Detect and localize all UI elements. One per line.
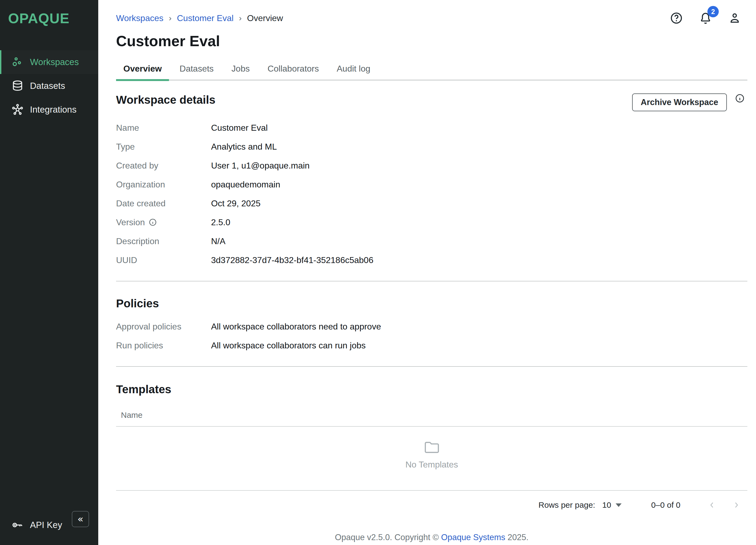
tab-collaborators[interactable]: Collaborators — [260, 59, 326, 80]
version-info-icon[interactable] — [149, 218, 157, 226]
field-label: Organization — [116, 179, 211, 189]
field-label: Run policies — [116, 341, 211, 351]
sidebar-item-label: Integrations — [30, 104, 76, 115]
field-value: All workspace collaborators need to appr… — [211, 322, 381, 332]
sidebar-item-label: API Key — [30, 520, 62, 530]
rows-per-page-label: Rows per page: — [538, 500, 595, 510]
tab-audit-log[interactable]: Audit log — [330, 59, 378, 80]
templates-empty-state: No Templates — [116, 427, 747, 484]
workspace-details-fields: Name Customer Eval Type Analytics and ML… — [116, 118, 747, 269]
info-icon[interactable] — [735, 93, 745, 103]
sidebar-item-integrations[interactable]: Integrations — [0, 98, 98, 121]
field-label: Date created — [116, 198, 211, 208]
footer-text-prefix: Opaque v2.5.0. Copyright © — [335, 533, 441, 542]
field-label: Type — [116, 142, 211, 152]
rows-per-page-select[interactable]: 10 — [602, 500, 621, 510]
tab-jobs[interactable]: Jobs — [224, 59, 257, 80]
field-row-run-policies: Run policies All workspace collaborators… — [116, 336, 747, 355]
field-label-text: Version — [116, 217, 145, 227]
breadcrumb: Workspaces › Customer Eval › Overview — [116, 13, 283, 23]
sidebar-item-workspaces[interactable]: Workspaces — [0, 50, 98, 74]
section-divider — [116, 366, 747, 367]
topbar-icons: 2 — [670, 11, 747, 25]
field-value: All workspace collaborators can run jobs — [211, 341, 366, 351]
field-row-organization: Organization opaquedemomain — [116, 175, 747, 194]
field-value: opaquedemomain — [211, 179, 280, 189]
notification-count-badge: 2 — [707, 6, 719, 17]
field-value: N/A — [211, 236, 225, 246]
dropdown-caret-icon — [616, 503, 622, 507]
field-row-name: Name Customer Eval — [116, 118, 747, 137]
breadcrumb-workspaces-link[interactable]: Workspaces — [116, 13, 163, 23]
breadcrumb-current: Overview — [247, 13, 283, 23]
tab-overview[interactable]: Overview — [116, 59, 169, 80]
field-row-description: Description N/A — [116, 232, 747, 250]
field-label: UUID — [116, 255, 211, 265]
policies-fields: Approval policies All workspace collabor… — [116, 317, 747, 355]
field-value: Analytics and ML — [211, 142, 277, 152]
templates-pagination: Rows per page: 10 0–0 of 0 — [116, 498, 747, 512]
field-row-version: Version 2.5.0 — [116, 213, 747, 232]
tabs: Overview Datasets Jobs Collaborators Aud… — [116, 59, 747, 80]
page-title: Customer Eval — [116, 32, 747, 50]
main-content: Workspaces › Customer Eval › Overview — [98, 0, 756, 545]
previous-page-icon[interactable] — [705, 498, 719, 512]
sidebar-item-label: Workspaces — [30, 57, 79, 67]
field-value: Customer Eval — [211, 123, 268, 133]
sidebar: OPAQUE Workspaces — [0, 0, 98, 545]
footer-text-suffix: 2025. — [505, 533, 528, 542]
sidebar-item-datasets[interactable]: Datasets — [0, 74, 98, 98]
breadcrumb-separator-icon: › — [169, 13, 171, 23]
breadcrumb-separator-icon: › — [239, 13, 242, 23]
topbar: Workspaces › Customer Eval › Overview — [116, 11, 747, 25]
sidebar-item-label: Datasets — [30, 81, 65, 91]
footer-opaque-systems-link[interactable]: Opaque Systems — [441, 533, 505, 542]
account-icon[interactable] — [728, 11, 741, 25]
database-icon — [11, 79, 24, 92]
pagination-range: 0–0 of 0 — [651, 500, 680, 510]
field-value: 3d372882-37d7-4b32-bf41-352186c5ab06 — [211, 255, 373, 265]
app-root: OPAQUE Workspaces — [0, 0, 756, 545]
field-row-uuid: UUID 3d372882-37d7-4b32-bf41-352186c5ab0… — [116, 250, 747, 269]
section-divider — [116, 281, 747, 282]
key-icon — [11, 519, 24, 532]
table-bottom-divider — [116, 490, 747, 491]
field-row-date-created: Date created Oct 29, 2025 — [116, 194, 747, 213]
field-label: Description — [116, 236, 211, 246]
opaque-logo: OPAQUE — [0, 0, 98, 26]
workspaces-icon — [11, 56, 24, 69]
field-label: Approval policies — [116, 322, 211, 332]
sidebar-nav: Workspaces Datasets — [0, 50, 98, 121]
notifications-bell-icon[interactable]: 2 — [699, 11, 712, 25]
field-row-approval-policies: Approval policies All workspace collabor… — [116, 317, 747, 336]
field-label: Name — [116, 123, 211, 133]
archive-workspace-area: Archive Workspace — [632, 93, 747, 111]
policies-heading: Policies — [116, 297, 747, 310]
field-value: User 1, u1@opaque.main — [211, 161, 310, 171]
tab-datasets[interactable]: Datasets — [172, 59, 221, 80]
sidebar-collapse-button[interactable]: « — [72, 511, 89, 527]
rows-per-page-value: 10 — [602, 500, 611, 510]
field-row-type: Type Analytics and ML — [116, 137, 747, 156]
field-label: Created by — [116, 161, 211, 171]
field-value: 2.5.0 — [211, 217, 230, 227]
field-label: Version — [116, 217, 211, 227]
field-row-created-by: Created by User 1, u1@opaque.main — [116, 156, 747, 175]
field-value: Oct 29, 2025 — [211, 198, 260, 208]
templates-column-header-name: Name — [116, 411, 747, 420]
folder-icon — [424, 440, 440, 455]
workspace-details-header: Workspace details Archive Workspace — [116, 93, 747, 111]
footer: Opaque v2.5.0. Copyright © Opaque System… — [116, 533, 747, 545]
workspace-details-heading: Workspace details — [116, 93, 215, 106]
templates-heading: Templates — [116, 383, 747, 396]
hub-icon — [11, 103, 24, 116]
breadcrumb-workspace-link[interactable]: Customer Eval — [177, 13, 233, 23]
next-page-icon[interactable] — [729, 498, 744, 512]
empty-state-text: No Templates — [405, 460, 458, 470]
archive-workspace-button[interactable]: Archive Workspace — [632, 93, 727, 111]
help-icon[interactable] — [670, 11, 683, 25]
